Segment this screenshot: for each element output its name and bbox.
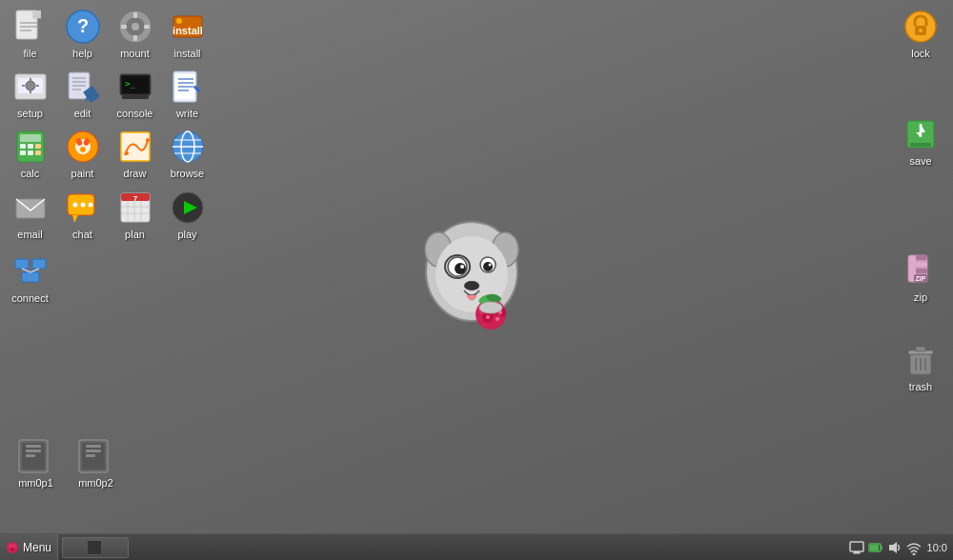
svg-point-142 (9, 544, 12, 548)
svg-rect-48 (20, 150, 26, 155)
svg-rect-80 (15, 259, 29, 269)
svg-point-143 (12, 544, 16, 548)
icon-paint[interactable]: paint (56, 124, 109, 184)
svg-marker-66 (72, 215, 78, 223)
svg-rect-96 (916, 269, 927, 273)
icon-mm0p2[interactable]: mm0p2 (70, 433, 122, 493)
svg-point-114 (489, 264, 492, 267)
svg-rect-13 (121, 25, 127, 29)
bottom-sd-icons: mm0p1 mm0p2 (10, 433, 122, 493)
svg-point-113 (460, 265, 464, 269)
svg-point-111 (455, 263, 466, 274)
svg-rect-2 (33, 10, 41, 18)
svg-rect-46 (28, 144, 33, 149)
icon-draw[interactable]: draw (109, 124, 161, 184)
svg-rect-49 (28, 150, 33, 155)
icon-calc[interactable]: calc (4, 124, 56, 184)
desktop: file ? help (0, 0, 953, 531)
sys-tray (849, 540, 922, 555)
svg-rect-139 (86, 450, 101, 452)
svg-rect-138 (86, 445, 101, 448)
svg-point-130 (479, 302, 502, 313)
icon-file[interactable]: file (4, 4, 56, 64)
icon-email[interactable]: email (4, 185, 56, 245)
svg-rect-134 (26, 450, 41, 452)
svg-rect-50 (35, 150, 41, 155)
svg-point-58 (146, 138, 150, 142)
svg-point-20 (26, 81, 35, 90)
svg-marker-151 (889, 542, 897, 553)
svg-rect-135 (26, 454, 35, 457)
svg-point-67 (72, 202, 77, 207)
wifi-icon (906, 540, 922, 555)
desktop-icon-grid-right: lock save (892, 4, 949, 397)
svg-point-87 (919, 29, 923, 32)
raspberry-icon (6, 541, 19, 554)
svg-rect-94 (916, 255, 927, 260)
svg-rect-90 (910, 143, 931, 147)
icon-mount[interactable]: mount (109, 4, 161, 64)
svg-rect-81 (32, 259, 46, 269)
icon-plan[interactable]: 7 plan (109, 185, 161, 245)
icon-save[interactable]: save (895, 111, 947, 171)
icon-mm0p1[interactable]: mm0p1 (10, 433, 62, 493)
icon-browse[interactable]: browse (161, 124, 213, 184)
svg-rect-14 (144, 25, 150, 29)
svg-rect-150 (870, 545, 879, 550)
svg-point-127 (496, 317, 499, 321)
svg-text:install: install (172, 25, 203, 36)
window-indicator (87, 540, 102, 555)
taskbar-window-button[interactable] (62, 537, 129, 558)
svg-rect-149 (881, 546, 882, 550)
taskbar: Menu (0, 533, 953, 560)
svg-point-16 (176, 18, 182, 24)
svg-rect-35 (122, 95, 149, 99)
svg-line-84 (30, 269, 39, 272)
icon-setup[interactable]: setup (4, 64, 56, 124)
svg-point-144 (10, 548, 14, 551)
icon-edit[interactable]: edit (56, 64, 109, 124)
svg-rect-11 (133, 12, 137, 18)
icon-connect[interactable]: connect (4, 249, 56, 309)
svg-point-69 (88, 202, 92, 207)
svg-rect-47 (35, 144, 41, 149)
svg-rect-45 (20, 144, 26, 149)
svg-rect-82 (22, 272, 39, 282)
svg-rect-44 (20, 134, 41, 142)
svg-rect-140 (86, 454, 95, 457)
battery-icon (868, 540, 883, 555)
monitor-icon (849, 540, 864, 555)
desktop-icon-grid-topleft: file ? help (4, 4, 213, 309)
svg-point-68 (80, 202, 85, 207)
taskbar-right-area: 10:0 (843, 534, 953, 560)
svg-point-57 (125, 151, 129, 155)
icon-write[interactable]: write (161, 64, 213, 124)
svg-point-10 (132, 23, 139, 30)
icon-help[interactable]: ? help (56, 4, 109, 64)
taskbar-clock: 10:0 (927, 542, 947, 553)
taskbar-menu-button[interactable]: Menu (0, 534, 58, 560)
icon-lock[interactable]: lock (895, 4, 947, 64)
svg-text:?: ? (76, 15, 88, 36)
svg-line-83 (22, 269, 30, 272)
icon-install[interactable]: install install (161, 4, 213, 64)
svg-point-55 (80, 147, 86, 152)
svg-rect-145 (850, 542, 863, 551)
icon-play[interactable]: play (161, 185, 213, 245)
svg-rect-133 (26, 445, 41, 448)
icon-console[interactable]: >_ console (109, 64, 161, 124)
svg-rect-12 (133, 35, 137, 41)
svg-rect-101 (916, 347, 925, 351)
icon-trash[interactable]: trash (895, 337, 947, 397)
svg-point-126 (486, 315, 490, 319)
icon-chat[interactable]: chat (56, 185, 109, 245)
svg-text:ZIP: ZIP (916, 275, 926, 282)
sound-icon (887, 540, 902, 555)
svg-text:>_: >_ (125, 79, 135, 89)
svg-point-152 (912, 552, 915, 555)
svg-rect-95 (916, 262, 927, 267)
svg-point-115 (464, 281, 479, 290)
svg-point-112 (483, 262, 493, 271)
icon-zip[interactable]: ZIP zip (895, 248, 947, 308)
mascot (410, 200, 534, 343)
